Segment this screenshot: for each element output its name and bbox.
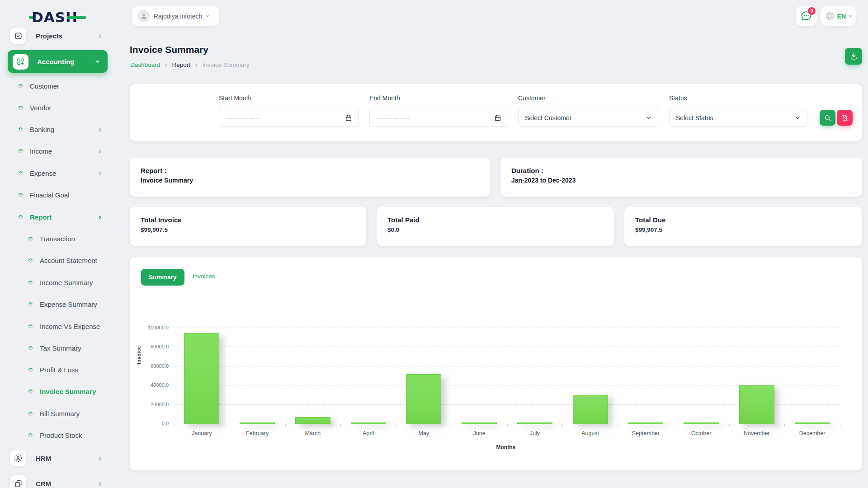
- status-select[interactable]: Select Status: [669, 109, 807, 127]
- sidebar-item-vendor[interactable]: Vendor: [0, 99, 117, 116]
- x-axis-tick: [840, 424, 840, 427]
- tab-summary[interactable]: Summary: [141, 269, 184, 286]
- sidebar-item-product-stock[interactable]: Product Stock: [0, 427, 117, 443]
- bar-october[interactable]: [684, 422, 719, 424]
- sidebar-item-banking[interactable]: Banking›: [0, 121, 117, 137]
- company-selector[interactable]: Rajodiya infotech ›: [132, 6, 219, 26]
- breadcrumb-dashboard[interactable]: Dashboard: [130, 61, 160, 68]
- chevron-right-icon: ›: [98, 169, 102, 178]
- start-month-label: Start Month: [219, 94, 251, 102]
- sidebar-item-income-summary[interactable]: Income Summary: [0, 274, 117, 291]
- bar-may[interactable]: [406, 374, 441, 424]
- bar-march[interactable]: [295, 417, 330, 424]
- sidebar-item-report[interactable]: Report›: [0, 209, 117, 225]
- total-due-card: Total Due $99,907.5: [624, 207, 862, 246]
- x-axis-tick: [562, 424, 563, 427]
- sidebar-item-transaction[interactable]: Transaction: [0, 230, 117, 247]
- status-label: Status: [669, 94, 687, 102]
- x-axis-tick: [784, 424, 785, 427]
- bullet-icon: [28, 389, 33, 394]
- sidebar-item-label: Income: [30, 147, 52, 155]
- sidebar-item-income-vs-expense[interactable]: Income Vs Expense: [0, 318, 117, 334]
- sidebar-item-hrm[interactable]: HRM›: [0, 447, 117, 469]
- sidebar-item-profit-loss[interactable]: Profit & Loss: [0, 361, 117, 378]
- duration-value: Jan-2023 to Dec-2023: [511, 177, 851, 184]
- bullet-icon: [18, 148, 24, 154]
- bar-december[interactable]: [795, 422, 830, 424]
- sidebar-item-label: Vendor: [30, 104, 52, 112]
- x-tick-label: April: [341, 430, 396, 436]
- bullet-icon: [28, 280, 33, 286]
- sidebar-item-expense[interactable]: Expense›: [0, 165, 117, 181]
- sidebar-item-projects[interactable]: Projects›: [0, 25, 117, 47]
- total-due-value: $99,907.5: [635, 226, 851, 233]
- chevron-right-icon: ›: [98, 125, 102, 134]
- chevron-right-icon: ›: [98, 454, 102, 463]
- bar-september[interactable]: [628, 422, 663, 424]
- report-info-card: Report : Invoice Summary: [130, 158, 490, 197]
- end-month-value: --------- ----: [376, 114, 410, 121]
- sidebar-item-finacial-goal[interactable]: Finacial Goal: [0, 187, 117, 203]
- y-tick-label: 20000.0: [132, 402, 169, 407]
- chevron-right-icon: ›: [165, 61, 167, 69]
- x-axis-tick: [174, 424, 175, 427]
- status-select-value: Select Status: [676, 114, 713, 122]
- breadcrumb-report[interactable]: Report: [172, 61, 190, 68]
- x-axis-tick: [230, 424, 230, 427]
- download-button[interactable]: [845, 48, 862, 65]
- end-month-input[interactable]: --------- ----: [369, 109, 508, 127]
- crm-icon: [10, 475, 26, 488]
- bar-june[interactable]: [462, 422, 497, 424]
- invoice-chart-card: Summary Invoices Invoice 0.020000.040000…: [130, 257, 862, 470]
- sidebar-item-crm[interactable]: CRM›: [0, 473, 117, 488]
- sidebar-item-expense-summary[interactable]: Expense Summary: [0, 296, 117, 312]
- y-tick-label: 0.0: [132, 421, 169, 426]
- sidebar-item-account-statement[interactable]: Account Statement: [0, 252, 117, 268]
- messages-button[interactable]: 0: [796, 6, 817, 26]
- language-selector[interactable]: EN ›: [821, 6, 856, 26]
- sidebar-item-label: Finacial Goal: [30, 191, 70, 199]
- sidebar-item-accounting[interactable]: Accounting›: [0, 50, 117, 73]
- y-tick-label: 80000.0: [132, 344, 169, 349]
- bullet-icon: [18, 192, 24, 198]
- x-tick-label: February: [230, 430, 285, 436]
- y-tick-label: 60000.0: [132, 363, 169, 369]
- sidebar: Projects›Accounting›CustomerVendorBankin…: [0, 0, 117, 488]
- bullet-icon: [28, 367, 33, 373]
- bar-july[interactable]: [517, 422, 552, 424]
- x-axis-tick: [285, 424, 286, 427]
- sidebar-item-invoice-summary[interactable]: Invoice Summary: [0, 383, 117, 399]
- sidebar-item-bill-summary[interactable]: Bill Summary: [0, 405, 117, 422]
- start-month-input[interactable]: --------- ----: [219, 109, 359, 127]
- reset-filter-button[interactable]: [837, 110, 853, 126]
- x-tick-label: May: [396, 430, 451, 436]
- sidebar-item-tax-summary[interactable]: Tax Summary: [0, 340, 117, 356]
- apply-filter-button[interactable]: [820, 110, 835, 126]
- bullet-icon: [28, 432, 33, 438]
- calendar-icon[interactable]: [494, 114, 501, 122]
- language-code: EN: [837, 13, 846, 20]
- bar-april[interactable]: [351, 422, 386, 424]
- total-invoice-card: Total Invoice $99,907.5: [130, 207, 366, 246]
- bar-chart: [174, 328, 840, 424]
- bar-november[interactable]: [739, 385, 774, 424]
- x-tick-label: June: [452, 430, 507, 436]
- search-icon: [824, 114, 831, 122]
- bullet-icon: [28, 236, 33, 242]
- bar-february[interactable]: [240, 422, 275, 424]
- sidebar-item-income[interactable]: Income›: [0, 143, 117, 159]
- x-axis-tick: [340, 424, 341, 427]
- total-paid-label: Total Paid: [387, 216, 603, 224]
- customer-select-value: Select Customer: [525, 114, 571, 122]
- customer-select[interactable]: Select Customer: [518, 109, 658, 127]
- chevron-right-icon: ›: [195, 61, 198, 69]
- bar-august[interactable]: [573, 395, 608, 424]
- x-tick-label: March: [285, 430, 340, 436]
- chevron-right-icon: ›: [98, 31, 102, 40]
- chevron-down-icon: ›: [94, 60, 103, 63]
- bar-january[interactable]: [184, 333, 219, 424]
- tab-invoices[interactable]: Invoices: [193, 273, 215, 280]
- sidebar-item-customer[interactable]: Customer: [0, 78, 117, 94]
- calendar-icon[interactable]: [345, 114, 352, 122]
- report-label: Report :: [141, 167, 479, 174]
